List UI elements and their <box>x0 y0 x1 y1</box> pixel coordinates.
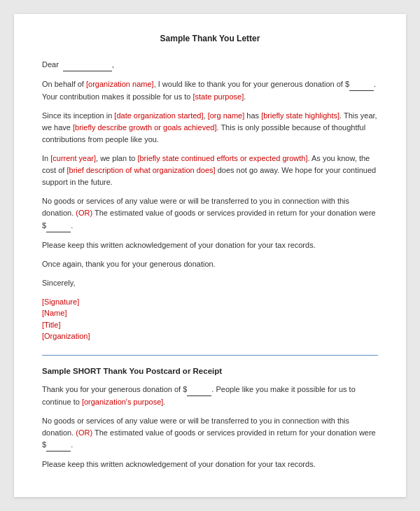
para3-current-year: [current year] <box>50 154 96 162</box>
s2p1-purpose: [organization's purpose] <box>82 398 163 406</box>
para4-or: (OR) <box>76 209 92 217</box>
para2-highlights: [briefly state highlights] <box>261 111 340 120</box>
organization-field: [Organization] <box>42 330 378 342</box>
s2p2-blank <box>46 439 71 451</box>
para4-end: . <box>71 221 73 230</box>
s2p2-or: (OR) <box>76 428 92 437</box>
para3-prefix: In <box>42 154 50 162</box>
dear-line: Dear , <box>42 59 378 71</box>
para3-brief-desc: [brief description of what organization … <box>66 166 215 174</box>
para1-middle: , I would like to thank you for your gen… <box>154 80 349 88</box>
para4-text2: The estimated value of goods or services… <box>42 209 376 229</box>
signature-field: [Signature] <box>42 296 378 308</box>
para1-prefix: On behalf of <box>42 80 86 88</box>
para3-middle1: , we plan to <box>96 154 137 162</box>
letter-body: Dear , On behalf of [organization name],… <box>42 59 378 342</box>
s2p1-blank <box>187 384 211 396</box>
s2p2-text2: The estimated value of goods or services… <box>42 428 376 449</box>
section-divider <box>42 355 378 356</box>
name-field: [Name] <box>42 307 378 319</box>
para2-middle2: has <box>244 111 261 120</box>
para-6: Once again, thank you for your generous … <box>42 258 378 270</box>
title-field: [Title] <box>42 319 378 331</box>
section2-para3: Please keep this written acknowledgement… <box>42 458 378 470</box>
section2-para1: Thank you for your generous donation of … <box>42 384 378 408</box>
section2-para2: No goods or services of any value were o… <box>42 415 378 451</box>
document-page: Sample Thank You Letter Dear , On behalf… <box>14 14 406 497</box>
sincerely-line: Sincerely, <box>42 277 378 289</box>
para2-growth: [briefly describe growth or goals achiev… <box>73 123 216 132</box>
para-1: On behalf of [organization name], I woul… <box>42 78 378 103</box>
para2-prefix: Since its inception in <box>42 111 114 120</box>
para1-state-purpose: [state purpose] <box>192 92 244 101</box>
para-2: Since its inception in [date organizatio… <box>42 110 378 146</box>
para-3: In [current year], we plan to [briefly s… <box>42 153 378 188</box>
s2p1-end: . <box>163 398 165 406</box>
para4-blank <box>46 220 71 232</box>
para-4: No goods or services of any value were o… <box>42 195 378 232</box>
para1-end: . <box>244 92 246 101</box>
dear-label: Dear <box>42 60 59 69</box>
section2-title: Sample SHORT Thank You Postcard or Recei… <box>42 367 378 375</box>
para3-efforts: [briefly state continued efforts or expe… <box>137 154 307 162</box>
para-5: Please keep this written acknowledgement… <box>42 239 378 251</box>
section2-body: Thank you for your generous donation of … <box>42 384 378 470</box>
s2p1-prefix: Thank you for your generous donation of … <box>42 385 187 393</box>
para1-org-name: [organization name] <box>86 80 154 88</box>
page-title: Sample Thank You Letter <box>42 34 378 43</box>
para2-date-started: [date organization started] <box>114 111 203 120</box>
para1-amount-blank <box>349 78 374 91</box>
para2-org-name: [org name] <box>208 111 245 120</box>
signature-block: [Signature] [Name] [Title] [Organization… <box>42 296 378 342</box>
s2p2-end: . <box>71 440 73 449</box>
name-blank <box>63 59 112 71</box>
